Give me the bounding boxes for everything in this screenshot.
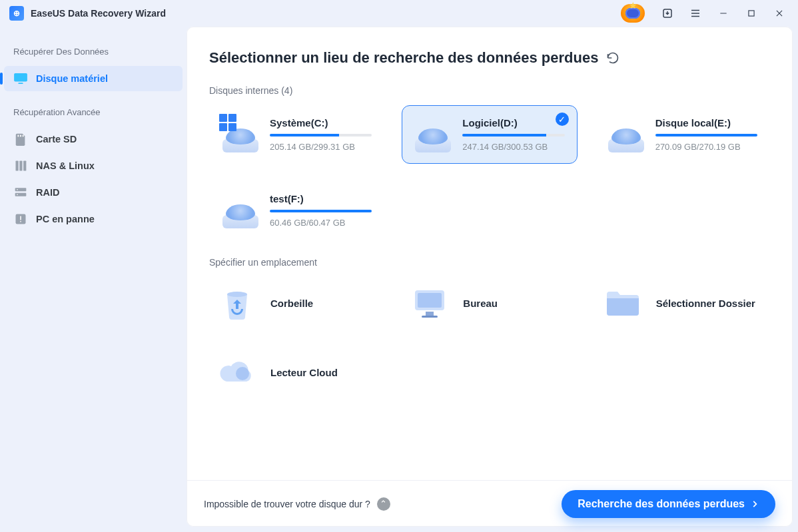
svg-rect-2 — [14, 73, 27, 82]
minimize-button[interactable] — [714, 4, 733, 23]
svg-rect-1 — [749, 11, 754, 16]
main-panel: Sélectionner un lieu de recherche des do… — [187, 27, 793, 527]
monitor-icon — [13, 73, 28, 85]
maximize-button[interactable] — [742, 4, 761, 23]
disk-usage-bar — [655, 134, 757, 136]
location-card[interactable]: Sélectionner Dossier — [595, 277, 770, 329]
page-title: Sélectionner un lieu de recherche des do… — [209, 49, 770, 67]
chevron-right-icon — [750, 499, 759, 509]
question-icon: ⌃ — [377, 497, 390, 511]
svg-rect-16 — [20, 221, 21, 222]
sidebar-item-nas-linux[interactable]: NAS & Linux — [4, 153, 183, 178]
sidebar-item-label: RAID — [36, 187, 59, 198]
disk-card[interactable]: Disque local(E:)270.09 GB/270.19 GB✓ — [595, 105, 770, 164]
disk-usage-text: 247.14 GB/300.53 GB — [462, 142, 564, 152]
location-grid: CorbeilleBureauSélectionner Dossier — [209, 277, 770, 329]
title-bar-left: ⊕ EaseUS Data Recovery Wizard — [9, 6, 166, 21]
disk-grid: Système(C:)205.14 GB/299.31 GB✓Logiciel(… — [209, 105, 770, 240]
sidebar-item-label: PC en panne — [36, 214, 95, 224]
disk-card[interactable]: Système(C:)205.14 GB/299.31 GB✓ — [209, 105, 384, 164]
disk-icon — [607, 117, 645, 152]
svg-point-22 — [236, 367, 249, 380]
svg-rect-7 — [16, 161, 19, 171]
sidebar-section-advanced: Récupération Avancée — [4, 93, 183, 125]
svg-rect-19 — [418, 293, 442, 308]
disk-name: Logiciel(D:) — [462, 117, 564, 129]
svg-rect-4 — [17, 135, 19, 137]
svg-rect-11 — [15, 193, 27, 196]
sidebar-item-crashed-pc[interactable]: PC en panne — [4, 206, 183, 232]
desktop-icon — [410, 285, 450, 321]
disk-icon — [222, 117, 259, 152]
disk-icon — [414, 117, 452, 152]
sidebar-item-hardware-disk[interactable]: Disque matériel — [4, 66, 183, 91]
footer-help[interactable]: Impossible de trouver votre disque dur ?… — [204, 497, 390, 511]
sidebar-item-label: Carte SD — [36, 134, 77, 144]
cloud-icon — [217, 354, 257, 390]
alert-icon — [13, 213, 28, 225]
disk-name: Système(C:) — [270, 117, 372, 129]
svg-rect-10 — [15, 188, 27, 191]
disk-name: test(F:) — [270, 193, 372, 204]
page-title-text: Sélectionner un lieu de recherche des do… — [209, 49, 598, 67]
disk-usage-text: 60.46 GB/60.47 GB — [270, 218, 372, 228]
app-logo-icon: ⊕ — [9, 6, 24, 21]
disk-usage-text: 205.14 GB/299.31 GB — [270, 142, 372, 152]
specify-location-label: Spécifier un emplacement — [209, 257, 770, 268]
disk-card[interactable]: test(F:)60.46 GB/60.47 GB✓ — [209, 181, 384, 240]
location-grid-row2: Lecteur Cloud — [209, 346, 770, 398]
svg-rect-3 — [18, 83, 23, 84]
svg-rect-9 — [23, 161, 26, 171]
sidebar-item-sd-card[interactable]: Carte SD — [4, 127, 183, 152]
sidebar: Récupérer Des Données Disque matériel Ré… — [0, 27, 187, 532]
disk-card[interactable]: Logiciel(D:)247.14 GB/300.53 GB✓ — [402, 105, 577, 164]
update-button[interactable] — [658, 4, 677, 23]
internal-disks-label: Disques internes (4) — [209, 85, 770, 96]
disk-name: Disque local(E:) — [655, 117, 757, 129]
location-card[interactable]: Corbeille — [209, 277, 384, 329]
svg-point-12 — [17, 189, 18, 190]
svg-point-13 — [17, 194, 18, 196]
selected-check-icon: ✓ — [556, 113, 569, 126]
title-bar-right — [621, 4, 789, 23]
footer-bar: Impossible de trouver votre disque dur ?… — [187, 480, 793, 527]
server-icon — [13, 160, 28, 172]
svg-rect-20 — [426, 312, 434, 316]
sidebar-item-label: NAS & Linux — [36, 160, 95, 171]
close-button[interactable] — [770, 4, 789, 23]
location-name: Sélectionner Dossier — [656, 298, 755, 309]
svg-rect-5 — [20, 135, 21, 137]
disk-usage-bar — [462, 134, 564, 136]
title-bar: ⊕ EaseUS Data Recovery Wizard — [0, 0, 798, 27]
disk-usage-bar — [270, 210, 372, 212]
svg-rect-8 — [19, 161, 22, 171]
main-content: Sélectionner un lieu de recherche des do… — [187, 27, 793, 480]
scan-button[interactable]: Recherche des données perdues — [562, 490, 775, 518]
folder-icon — [603, 285, 643, 321]
sdcard-icon — [13, 133, 28, 145]
upgrade-promo-icon[interactable] — [621, 4, 645, 23]
scan-button-label: Recherche des données perdues — [578, 498, 745, 510]
app-window: ⊕ EaseUS Data Recovery Wizard — [0, 0, 798, 532]
location-name: Bureau — [463, 298, 498, 309]
footer-help-text: Impossible de trouver votre disque dur ? — [204, 499, 370, 509]
location-name: Lecteur Cloud — [270, 367, 338, 378]
disk-usage-bar — [270, 134, 372, 136]
location-card[interactable]: Bureau — [402, 277, 577, 329]
hamburger-menu-button[interactable] — [686, 4, 705, 23]
svg-rect-15 — [20, 216, 21, 220]
disk-usage-text: 270.09 GB/270.19 GB — [655, 142, 757, 152]
location-name: Corbeille — [270, 298, 313, 309]
disk-icon — [222, 192, 259, 228]
windows-badge-icon — [219, 114, 236, 131]
trash-icon — [217, 285, 257, 321]
sidebar-item-label: Disque matériel — [36, 73, 108, 84]
svg-point-17 — [227, 292, 247, 297]
raid-icon — [13, 186, 28, 198]
svg-rect-21 — [422, 316, 438, 318]
location-card[interactable]: Lecteur Cloud — [209, 346, 384, 398]
svg-rect-6 — [23, 135, 24, 137]
refresh-icon[interactable] — [606, 51, 619, 65]
sidebar-item-raid[interactable]: RAID — [4, 180, 183, 205]
sidebar-section-recover: Récupérer Des Données — [4, 32, 183, 65]
